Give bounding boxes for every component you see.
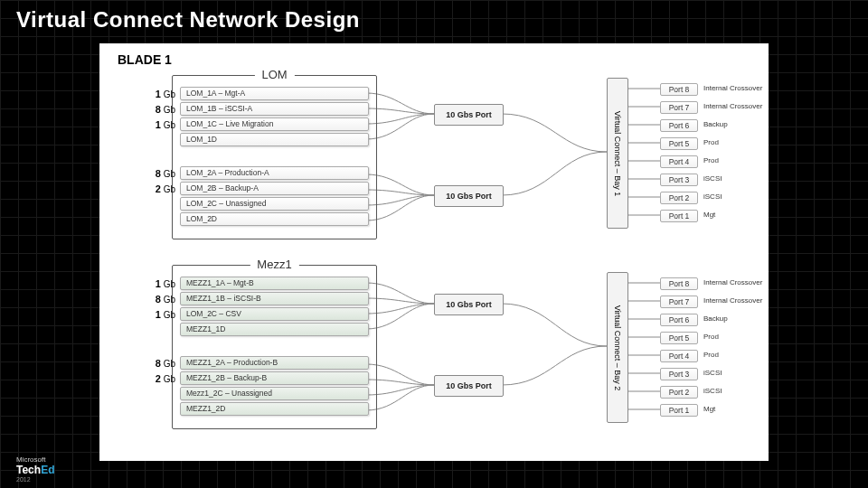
ext-port: Port 5 <box>660 137 698 150</box>
ext-uplink: Internal Crossover <box>703 101 762 112</box>
port-label: LOM_2B – Backup-A <box>180 182 369 195</box>
nic-title: LOM <box>254 68 294 81</box>
agg-port: 10 Gbs Port <box>434 104 504 126</box>
ext-uplink: Prod <box>703 155 719 166</box>
port-label: LOM_2C – CSV <box>180 307 369 321</box>
ext-uplink: Prod <box>703 137 719 148</box>
ext-uplink: Prod <box>703 350 719 361</box>
nic-box-mezz1: Mezz1 1 GbMEZZ1_1A – Mgt-B 8 GbMEZZ1_1B … <box>172 265 377 429</box>
port-label: LOM_1B – iSCSI-A <box>180 102 369 116</box>
ext-port: Port 7 <box>660 296 698 308</box>
ext-uplink: Backup <box>703 314 728 324</box>
ext-uplink: Internal Crossover <box>703 83 762 94</box>
ext-port: Port 1 <box>660 210 698 222</box>
port-row: 8 GbMEZZ1_1B – iSCSI-B <box>180 292 369 305</box>
port-row: 1 GbLOM_1C – Live Migration <box>180 117 369 131</box>
ext-port: Port 3 <box>660 174 698 186</box>
network-diagram: BLADE 1 LOM 1 GbLOM_1A <box>99 43 769 461</box>
ext-port: Port 4 <box>660 155 698 168</box>
blade-label: BLADE 1 <box>118 52 172 67</box>
port-label: LOM_2D <box>180 212 369 226</box>
vc-label: Virtual Connect – Bay 1 <box>613 110 622 195</box>
port-row: 1 GbMEZZ1_1A – Mgt-B <box>180 277 369 290</box>
ext-port: Port 3 <box>660 368 698 380</box>
port-label: LOM_1D <box>180 133 369 146</box>
brand-year: 2012 <box>16 476 54 483</box>
nic-title: Mezz1 <box>250 258 298 271</box>
ext-uplink: Internal Crossover <box>703 296 762 306</box>
ext-uplink: iSCSI <box>703 368 722 379</box>
nic-box-lom: LOM 1 GbLOM_1A – Mgt-A 8 GbLOM_1B – iSCS… <box>172 75 377 239</box>
ext-uplink: iSCSI <box>703 386 722 397</box>
port-row: LOM_2C – Unassigned <box>180 197 369 211</box>
ext-uplink: iSCSI <box>703 174 722 184</box>
ext-uplink: Mgt <box>703 210 715 221</box>
ext-port: Port 7 <box>660 101 698 114</box>
port-row: 8 GbLOM_1B – iSCSI-A <box>180 102 369 116</box>
ext-port: Port 5 <box>660 332 698 344</box>
port-row: 8 GbLOM_2A – Production-A <box>180 166 369 180</box>
brand-microsoft: Microsoft <box>16 455 45 464</box>
ext-uplink: Mgt <box>703 404 715 415</box>
port-row: 2 GbLOM_2B – Backup-A <box>180 182 369 195</box>
port-row: MEZZ1_1D <box>180 323 369 336</box>
port-row: LOM_1D <box>180 133 369 146</box>
ext-uplink: Backup <box>703 119 728 130</box>
port-label: MEZZ1_1B – iSCSI-B <box>180 292 369 305</box>
port-label: MEZZ1_2B – Backup-B <box>180 371 369 385</box>
ext-port: Port 6 <box>660 119 698 132</box>
port-label: LOM_2A – Production-A <box>180 166 369 180</box>
agg-port: 10 Gbs Port <box>434 185 504 207</box>
ext-port: Port 6 <box>660 314 698 326</box>
port-label: LOM_1A – Mgt-A <box>180 87 369 100</box>
port-label: MEZZ1_2D <box>180 402 369 416</box>
agg-port: 10 Gbs Port <box>434 294 504 315</box>
port-label: MEZZ1_1A – Mgt-B <box>180 277 369 290</box>
ext-uplink: Internal Crossover <box>703 277 762 288</box>
ext-uplink: Prod <box>703 332 719 343</box>
port-row: MEZZ1_2D <box>180 402 369 416</box>
port-row: Mezz1_2C – Unassigned <box>180 387 369 400</box>
port-row: LOM_2D <box>180 212 369 226</box>
ext-port: Port 8 <box>660 83 698 96</box>
vc-label: Virtual Connect – Bay 2 <box>613 305 622 389</box>
ext-port: Port 8 <box>660 277 698 290</box>
vc-module-bay1: Virtual Connect – Bay 1 <box>607 78 628 229</box>
port-row: 1 GbLOM_1A – Mgt-A <box>180 87 369 100</box>
vc-module-bay2: Virtual Connect – Bay 2 <box>607 272 628 423</box>
agg-port: 10 Gbs Port <box>434 375 504 397</box>
ext-port: Port 2 <box>660 386 698 399</box>
port-label: LOM_1C – Live Migration <box>180 117 369 131</box>
ext-uplink: iSCSI <box>703 192 722 202</box>
slide-title: Virtual Connect Network Design <box>16 7 360 33</box>
ext-port: Port 2 <box>660 192 698 204</box>
port-label: MEZZ1_2A – Production-B <box>180 356 369 370</box>
port-label: LOM_2C – Unassigned <box>180 197 369 211</box>
port-label: Mezz1_2C – Unassigned <box>180 387 369 400</box>
port-label: MEZZ1_1D <box>180 323 369 336</box>
ext-port: Port 4 <box>660 350 698 362</box>
port-row: 8 GbMEZZ1_2A – Production-B <box>180 356 369 370</box>
port-row: 1 GbLOM_2C – CSV <box>180 307 369 321</box>
ext-port: Port 1 <box>660 404 698 417</box>
port-row: 2 GbMEZZ1_2B – Backup-B <box>180 371 369 385</box>
footer-brand: Microsoft TechEd 2012 <box>16 455 54 483</box>
